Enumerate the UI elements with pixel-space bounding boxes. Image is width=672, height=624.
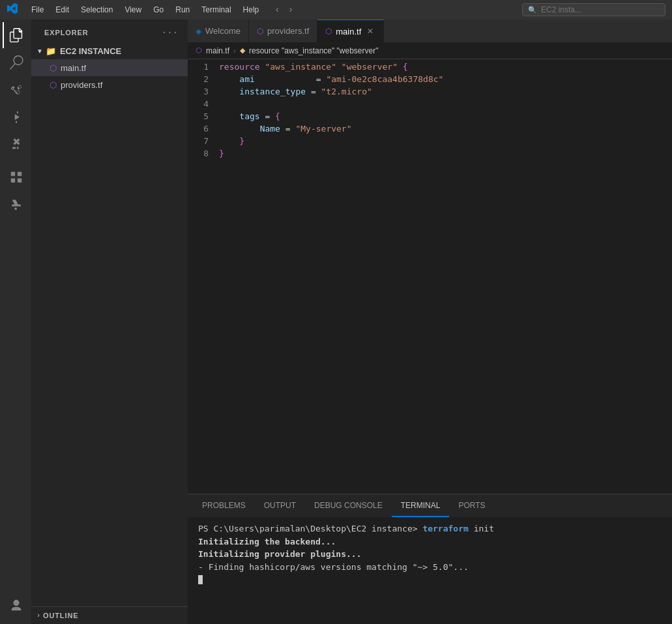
terminal-content[interactable]: PS C:\Users\parimalan\Desktop\EC2 instan… [188, 517, 672, 624]
sidebar-header: EXPLORER ··· [31, 20, 188, 42]
menu-file[interactable]: File [26, 4, 49, 16]
breadcrumb: ⬡ main.tf › ◆ resource "aws_instance" "w… [188, 42, 672, 59]
menu-run[interactable]: Run [170, 4, 195, 16]
breadcrumb-symbol[interactable]: resource "aws_instance" "webserver" [249, 46, 378, 55]
search-icon: 🔍 [528, 6, 537, 14]
tab-main-label: main.tf [336, 27, 361, 36]
tab-welcome[interactable]: ◈ Welcome [188, 20, 249, 42]
editor-area: ◈ Welcome ⬡ providers.tf ⬡ main.tf ✕ ⬡ m… [188, 20, 672, 624]
file-name-main: main.tf [61, 63, 86, 73]
folder-name: EC2 INSTANCE [60, 46, 121, 56]
menu-selection[interactable]: Selection [76, 4, 118, 16]
account-activity-icon[interactable] [3, 593, 29, 619]
sidebar: EXPLORER ··· ▼ 📁 EC2 INSTANCE ⬡ main.tf … [31, 20, 188, 624]
activity-bar [0, 20, 31, 624]
nav-forward-button[interactable]: › [285, 3, 296, 16]
outline-header[interactable]: › OUTLINE [31, 607, 188, 624]
extensions-activity-icon[interactable] [3, 132, 29, 158]
code-editor[interactable]: 1 resource "aws_instance" "webserver" { … [188, 59, 672, 494]
code-line-1: 1 resource "aws_instance" "webserver" { [188, 62, 672, 74]
outline-section: › OUTLINE [31, 606, 188, 624]
menu-terminal[interactable]: Terminal [196, 4, 236, 16]
remote-activity-icon[interactable] [3, 164, 29, 190]
terminal-line-1: PS C:\Users\parimalan\Desktop\EC2 instan… [198, 522, 662, 535]
terminal-line-4: - Finding hashicorp/aws versions matchin… [198, 561, 662, 574]
menu-bar: File Edit Selection View Go Run Terminal… [26, 4, 264, 16]
search-bar[interactable]: 🔍 [522, 3, 665, 16]
test-activity-icon[interactable] [3, 191, 29, 218]
terminal-cursor-line [198, 573, 662, 586]
tab-debug-console[interactable]: DEBUG CONSOLE [305, 494, 392, 517]
folder-chevron-icon: ▼ [37, 48, 43, 55]
breadcrumb-separator: › [233, 46, 236, 55]
folder-icon: 📁 [46, 46, 56, 56]
code-line-8: 8 } [188, 149, 672, 161]
terminal-cursor [198, 575, 203, 584]
menu-help[interactable]: Help [238, 4, 265, 16]
tf-file-icon: ⬡ [50, 63, 57, 73]
tab-welcome-label: Welcome [205, 26, 241, 36]
panel-tabs: PROBLEMS OUTPUT DEBUG CONSOLE TERMINAL P… [188, 494, 672, 517]
svg-rect-0 [11, 172, 15, 176]
file-main-tf[interactable]: ⬡ main.tf [31, 59, 188, 76]
outline-chevron-icon: › [37, 612, 40, 619]
tab-output[interactable]: OUTPUT [255, 494, 305, 517]
code-line-7: 7 } [188, 136, 672, 149]
code-line-3: 3 instance_type = "t2.micro" [188, 87, 672, 99]
search-activity-icon[interactable] [3, 50, 29, 76]
code-line-5: 5 tags = { [188, 111, 672, 124]
tf-tab-icon-main: ⬡ [325, 27, 332, 36]
menu-edit[interactable]: Edit [50, 4, 74, 16]
tf-file-icon-2: ⬡ [50, 80, 57, 90]
main-layout: EXPLORER ··· ▼ 📁 EC2 INSTANCE ⬡ main.tf … [0, 20, 672, 624]
outline-title: OUTLINE [43, 612, 78, 619]
run-debug-activity-icon[interactable] [3, 104, 29, 130]
tab-providers-label: providers.tf [267, 26, 309, 36]
nav-back-button[interactable]: ‹ [272, 3, 282, 16]
svg-rect-2 [11, 178, 15, 182]
tab-ports[interactable]: PORTS [449, 494, 494, 517]
tab-terminal[interactable]: TERMINAL [392, 494, 450, 517]
tab-main-tf[interactable]: ⬡ main.tf ✕ [317, 20, 384, 42]
source-control-activity-icon[interactable] [3, 77, 29, 103]
breadcrumb-file[interactable]: main.tf [206, 46, 229, 55]
breadcrumb-symbol-icon: ◆ [240, 46, 245, 55]
code-line-4: 4 [188, 99, 672, 111]
vscode-tab-icon: ◈ [196, 27, 201, 36]
menu-go[interactable]: Go [148, 4, 169, 16]
tab-problems[interactable]: PROBLEMS [193, 494, 255, 517]
tf-tab-icon-providers: ⬡ [257, 27, 263, 36]
terminal-line-3: Initializing provider plugins... [198, 548, 662, 561]
svg-rect-1 [18, 172, 22, 176]
explorer-activity-icon[interactable] [3, 22, 29, 48]
terminal-panel: PROBLEMS OUTPUT DEBUG CONSOLE TERMINAL P… [188, 494, 672, 624]
tab-close-button[interactable]: ✕ [365, 26, 375, 36]
sidebar-actions: ··· [160, 26, 180, 39]
code-line-6: 6 Name = "My-server" [188, 124, 672, 136]
file-providers-tf[interactable]: ⬡ providers.tf [31, 76, 188, 93]
file-name-providers: providers.tf [61, 80, 102, 90]
tab-providers-tf[interactable]: ⬡ providers.tf [249, 20, 317, 42]
svg-rect-3 [18, 178, 22, 182]
title-bar: File Edit Selection View Go Run Terminal… [0, 0, 672, 20]
tabs-bar: ◈ Welcome ⬡ providers.tf ⬡ main.tf ✕ [188, 20, 672, 42]
sidebar-title: EXPLORER [44, 29, 89, 36]
vscode-logo-icon [7, 3, 18, 18]
nav-arrows: ‹ › [272, 3, 296, 16]
code-line-2: 2 ami = "ami-0e2c8caa4b6378d8c" [188, 74, 672, 87]
breadcrumb-tf-icon: ⬡ [196, 46, 202, 55]
folder-ec2-instance[interactable]: ▼ 📁 EC2 INSTANCE [31, 42, 188, 59]
sidebar-more-button[interactable]: ··· [160, 26, 180, 39]
terminal-line-2: Initializing the backend... [198, 535, 662, 548]
search-input[interactable] [541, 5, 660, 14]
menu-view[interactable]: View [119, 4, 147, 16]
